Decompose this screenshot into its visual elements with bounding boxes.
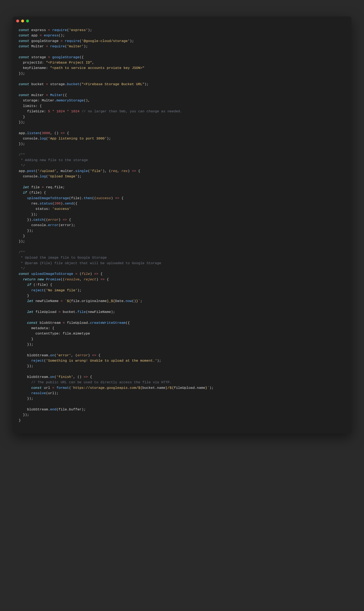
- code-token: req.file;: [46, 185, 65, 189]
- code-line: res.status(200).send({: [19, 201, 345, 206]
- code-token: format: [56, 386, 69, 390]
- code-token: error: [48, 223, 59, 227]
- code-token: });: [19, 364, 33, 368]
- close-icon[interactable]: [16, 20, 19, 22]
- code-token: );: [78, 174, 81, 178]
- code-token: resolve: [65, 278, 79, 281]
- code-line: blobStream.on('error', (error) => {: [19, 353, 345, 358]
- code-line: const multer = Multer({: [19, 93, 345, 98]
- code-token: storage: [31, 55, 46, 59]
- code-token: 1024: [56, 110, 65, 113]
- code-token: now: [126, 299, 132, 303]
- code-token: log: [40, 174, 46, 178]
- code-line: [19, 147, 345, 152]
- code-editor[interactable]: const express = require('express');const…: [13, 26, 351, 433]
- maximize-icon[interactable]: [26, 20, 29, 22]
- code-token: require: [50, 44, 65, 48]
- code-line: storage: Multer.memoryStorage(),: [19, 98, 345, 103]
- code-token: 'express': [69, 28, 88, 32]
- code-line: [19, 347, 345, 353]
- code-token: res.: [19, 202, 40, 206]
- code-line: [19, 49, 345, 55]
- code-token: const: [19, 55, 31, 59]
- code-token: =: [46, 55, 52, 59]
- code-line: if (!file) {: [19, 282, 345, 288]
- code-token: 'No image file': [46, 288, 78, 292]
- code-line: let newFileName = `${file.originalname}_…: [19, 299, 345, 304]
- code-token: }_${: [107, 299, 115, 303]
- code-token: (: [36, 169, 38, 173]
- code-line: });: [19, 212, 345, 217]
- code-token: );: [78, 288, 81, 292]
- code-token: const: [19, 82, 31, 86]
- code-token: ({: [63, 93, 67, 97]
- code-token: (: [67, 28, 69, 32]
- code-token: (: [79, 39, 81, 43]
- code-token: });: [19, 72, 25, 75]
- code-line: contentType: file.mimetype: [19, 331, 345, 336]
- code-token: });: [19, 397, 33, 401]
- code-token: 1024: [71, 110, 79, 113]
- code-token: (),: [84, 98, 90, 102]
- code-token: reject: [31, 359, 44, 363]
- code-line: }).catch((error) => {: [19, 217, 345, 222]
- code-token: [19, 299, 27, 303]
- code-token: (: [88, 169, 90, 173]
- code-token: =>: [61, 131, 65, 135]
- code-token: '@google-cloud/storage': [81, 39, 130, 43]
- code-token: });: [19, 120, 25, 124]
- code-token: // no larger than 5mb, you can change as…: [81, 110, 182, 113]
- code-token: newFileName: [36, 299, 59, 303]
- code-line: console.log('Upload Image');: [19, 174, 345, 179]
- code-token: [79, 110, 81, 113]
- code-token: ((: [92, 196, 96, 200]
- code-token: on: [50, 375, 54, 379]
- code-line: return new Promise((resolve, reject) => …: [19, 277, 345, 282]
- code-token: =: [59, 39, 65, 43]
- code-token: bucket.name: [142, 386, 165, 390]
- code-token: });: [19, 239, 25, 243]
- code-line: keyFilename: "<path to service accounts …: [19, 65, 345, 71]
- code-token: =: [38, 34, 44, 37]
- code-token: const: [19, 44, 31, 48]
- code-token: * Upload the image file to Google Storag…: [19, 256, 107, 260]
- code-line: /**: [19, 152, 345, 158]
- code-line: });: [19, 396, 345, 401]
- code-line: const url = format(`https://storage.goog…: [19, 385, 345, 391]
- code-line: app.post('/upload', multer.single('file'…: [19, 168, 345, 174]
- code-token: file) {: [38, 283, 52, 287]
- code-token: {: [67, 218, 71, 222]
- code-line: projectId: "<Firebase Project ID",: [19, 60, 345, 65]
- code-token: [19, 386, 31, 390]
- code-token: Date.: [115, 299, 126, 303]
- code-token: express: [44, 34, 58, 37]
- code-token: ).: [61, 202, 65, 206]
- code-line: let file = req.file;: [19, 185, 345, 190]
- code-line: [19, 179, 345, 185]
- code-token: , (): [73, 375, 84, 379]
- code-token: ((: [61, 278, 65, 281]
- code-token: console.: [19, 223, 48, 227]
- code-token: "<Firebase Project ID": [46, 61, 92, 65]
- code-token: file: [78, 310, 86, 314]
- code-token: createWriteStream: [90, 321, 126, 325]
- code-line: let fileUpload = bucket.file(newFileName…: [19, 309, 345, 315]
- code-line: reject('No image file');: [19, 288, 345, 293]
- code-token: ): [96, 278, 101, 281]
- code-line: });: [19, 363, 345, 369]
- code-token: const: [31, 386, 44, 390]
- code-token: (: [79, 272, 81, 276]
- code-token: 'finish': [56, 375, 73, 379]
- code-line: metadata: {: [19, 326, 345, 331]
- minimize-icon[interactable]: [21, 20, 24, 22]
- code-token: 'App listening to port 3000': [48, 137, 107, 140]
- code-token: );: [84, 44, 88, 48]
- code-token: =>: [132, 169, 136, 173]
- code-token: const: [19, 39, 31, 43]
- code-line: [19, 125, 345, 130]
- code-token: fileUpload: [36, 310, 56, 314]
- code-token: send: [65, 202, 73, 206]
- code-token: googleStorage: [52, 55, 79, 59]
- code-token: (error);: [59, 223, 75, 227]
- code-token: app.: [19, 131, 27, 135]
